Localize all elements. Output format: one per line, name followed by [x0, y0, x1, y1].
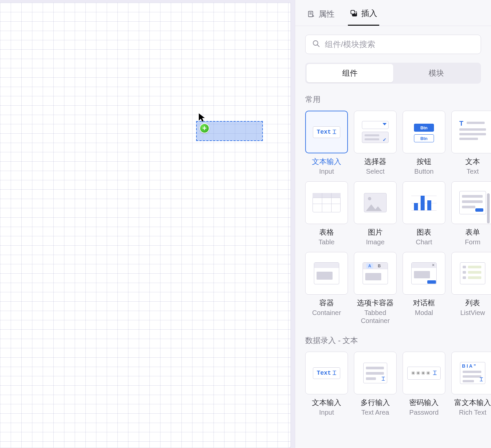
component-table[interactable]: 表格 Table: [305, 181, 348, 246]
component-input2-cn: 文本输入: [312, 398, 341, 408]
add-indicator-icon: +: [199, 123, 209, 133]
scrollbar-thumb[interactable]: [487, 193, 490, 223]
component-textarea[interactable]: Ꮖ 多行输入 Text Area: [354, 352, 397, 416]
tabbed-b: B: [378, 264, 381, 268]
search-input[interactable]: [325, 40, 474, 49]
component-chart[interactable]: 图表 Chart: [403, 181, 445, 246]
component-button-cn: 按钮: [417, 157, 431, 167]
component-text-en: Text: [467, 167, 479, 175]
component-container-en: Container: [312, 309, 341, 317]
component-textarea-cn: 多行输入: [361, 398, 390, 408]
component-password[interactable]: ✳✳✳✳Ꮖ 密码输入 Password: [403, 352, 445, 416]
component-container-cn: 容器: [319, 298, 334, 308]
component-select-en: Select: [366, 167, 385, 175]
component-password-cn: 密码输入: [409, 398, 439, 408]
section-title-data-text: 数据录入 - 文本: [305, 335, 481, 346]
component-container[interactable]: 容器 Container: [305, 252, 348, 325]
component-chart-en: Chart: [416, 238, 432, 246]
component-input-cn: 文本输入: [312, 157, 341, 167]
button-thumb-1: Btn: [414, 124, 434, 132]
search-icon: [312, 40, 320, 49]
password-dots: ✳✳✳✳: [411, 370, 431, 376]
component-image[interactable]: 图片 Image: [354, 181, 397, 246]
component-select[interactable]: ✓ 选择器 Select: [354, 111, 397, 175]
component-textarea-en: Text Area: [361, 408, 389, 416]
insert-icon: [350, 9, 358, 17]
component-tabbed-cn: 选项卡容器: [357, 298, 394, 308]
component-form-cn: 表单: [465, 227, 480, 237]
text-thumb-T: T: [459, 120, 463, 127]
side-panel: 属性 插入 组件 模块 常用: [295, 0, 491, 448]
section-title-common: 常用: [305, 94, 481, 105]
canvas-area[interactable]: +: [0, 0, 295, 448]
component-table-en: Table: [319, 238, 335, 246]
segment-components[interactable]: 组件: [307, 64, 393, 82]
svg-rect-2: [351, 10, 355, 14]
component-richtext-cn: 富文本输入: [454, 398, 491, 408]
tab-properties[interactable]: 属性: [305, 5, 337, 26]
component-image-en: Image: [366, 238, 385, 246]
component-tabbed-container[interactable]: A B 选项卡容器 Tabbed Container: [354, 252, 397, 325]
component-tabbed-en: Tabbed Container: [354, 309, 397, 325]
component-text-cn: 文本: [465, 157, 480, 167]
button-thumb-2: Btn: [414, 134, 434, 142]
component-button[interactable]: Btn Btn 按钮 Button: [403, 111, 445, 175]
tab-insert-label: 插入: [361, 8, 377, 19]
component-listview-cn: 列表: [465, 298, 480, 308]
component-listview-en: ListView: [460, 309, 485, 317]
tab-properties-label: 属性: [319, 9, 335, 19]
component-modal-en: Modal: [415, 309, 433, 317]
component-input-data[interactable]: TextᏆ 文本输入 Input: [305, 352, 348, 416]
component-search[interactable]: [305, 35, 481, 54]
modal-close: ×: [432, 262, 435, 268]
richtext-toolbar: B I A ”: [462, 363, 476, 369]
component-richtext[interactable]: B I A ” Ꮖ 富文本输入 Rich Text: [451, 352, 491, 416]
component-password-en: Password: [409, 408, 439, 416]
component-image-cn: 图片: [368, 227, 383, 237]
component-form-en: Form: [465, 238, 481, 246]
canvas-grid: [0, 3, 291, 448]
segment-modules[interactable]: 模块: [393, 64, 480, 82]
panel-tabs: 属性 插入: [295, 0, 491, 26]
component-module-toggle: 组件 模块: [305, 63, 481, 84]
component-form[interactable]: 表单 Form: [451, 181, 491, 246]
tabbed-a: A: [366, 263, 373, 269]
input-thumb-text: Text: [317, 129, 331, 135]
component-input[interactable]: TextᏆ 文本输入 Input: [305, 111, 348, 175]
cursor-icon: [198, 113, 205, 122]
component-select-cn: 选择器: [364, 157, 386, 167]
component-modal-cn: 对话框: [413, 298, 435, 308]
component-text[interactable]: T 文本 Text: [451, 111, 491, 175]
tab-insert[interactable]: 插入: [348, 5, 379, 26]
component-button-en: Button: [414, 167, 434, 175]
component-richtext-en: Rich Text: [459, 408, 486, 416]
component-table-cn: 表格: [319, 227, 334, 237]
properties-icon: [307, 10, 315, 18]
input2-thumb: Text: [317, 370, 331, 376]
component-modal[interactable]: × 对话框 Modal: [403, 252, 445, 325]
component-listview[interactable]: 列表 ListView: [451, 252, 491, 325]
component-input-en: Input: [319, 167, 334, 175]
component-chart-cn: 图表: [417, 227, 431, 237]
component-input2-en: Input: [319, 408, 334, 416]
